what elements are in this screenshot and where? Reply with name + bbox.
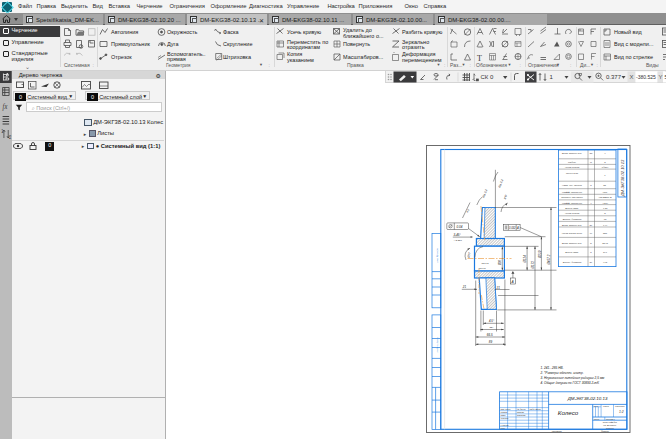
svg-text:± 0.034: ± 0.034 — [454, 238, 463, 241]
svg-text:4.39: 4.39 — [603, 206, 608, 208]
svg-text:Диам. вершин зуб.: Диам. вершин зуб. — [561, 241, 582, 243]
svg-text:Коэфф. смещения: Коэфф. смещения — [562, 190, 583, 192]
svg-text:Ra 1.6: Ra 1.6 — [482, 262, 490, 265]
svg-text:3. Неуказанные литейные радиус: 3. Неуказанные литейные радиусы 2,5 мм — [541, 376, 606, 380]
svg-text:Норм. исх. контур: Норм. исх. контур — [562, 184, 582, 186]
svg-text:Инв. № подл.: Инв. № подл. — [436, 247, 439, 262]
svg-text:Диам. вершин зуб.: Диам. вершин зуб. — [561, 151, 582, 153]
svg-text:идрлн: идрлн — [602, 165, 609, 167]
svg-text:Лит.: Лит. — [593, 404, 599, 406]
svg-text:выпуска: выпуска — [606, 426, 615, 428]
svg-text:№ докум.: № докум. — [517, 407, 526, 409]
svg-text:4.5°: 4.5° — [489, 319, 495, 323]
svg-text:нет: нет — [603, 190, 608, 192]
svg-text:Масса: Масса — [603, 404, 610, 406]
svg-text:ДМ-ЭКГ38-02.10.13: ДМ-ЭКГ38-02.10.13 — [567, 395, 608, 400]
svg-text:89: 89 — [489, 339, 493, 343]
svg-text:Длина норм.: Длина норм. — [564, 251, 579, 253]
svg-text:Ø124: Ø124 — [523, 254, 527, 263]
svg-text:Ø210: Ø210 — [538, 250, 542, 259]
svg-text:Лист: Лист — [593, 417, 599, 419]
svg-text:Внешн. диаметр: Внешн. диаметр — [563, 261, 582, 263]
svg-text:4.77: 4.77 — [603, 223, 608, 225]
svg-text:Ø457,2: Ø457,2 — [547, 254, 551, 265]
svg-text:21: 21 — [462, 285, 467, 289]
svg-text:Копировал: Копировал — [552, 430, 563, 432]
svg-text:Н.контр.: Н.контр. — [501, 423, 510, 425]
svg-text:ДМ-ЭКГ38-02.10.13: ДМ-ЭКГ38-02.10.13 — [620, 159, 625, 197]
svg-text:Подп. и дата: Подп. и дата — [436, 336, 439, 352]
svg-text:Число зубьев: Число зубьев — [565, 212, 580, 214]
svg-text:Т.контр.: Т.контр. — [501, 417, 510, 419]
svg-text:Подп. Дата: Подп. Дата — [530, 407, 542, 409]
svg-text:21: 21 — [496, 285, 501, 289]
svg-text:Число зубьев: Число зубьев — [565, 165, 580, 167]
svg-text:0.04: 0.04 — [457, 225, 463, 229]
svg-text:Ra 1.6: Ra 1.6 — [479, 266, 487, 269]
svg-text:3-45°: 3-45° — [454, 232, 462, 236]
svg-text:+0.07: +0.07 — [602, 201, 609, 203]
svg-text:Число зубьев сект.: Число зубьев сект. — [561, 231, 582, 233]
svg-text:1. 241...285 НВ.: 1. 241...285 НВ. — [541, 366, 564, 370]
svg-text:Модуль: Модуль — [568, 160, 577, 162]
svg-text:Листов 1: Листов 1 — [605, 417, 615, 419]
svg-text:Ø90: Ø90 — [498, 259, 502, 265]
svg-text:Линия зуба: Линия зуба — [565, 172, 579, 174]
svg-text:Разраб.: Разраб. — [501, 411, 509, 413]
svg-text:58*: 58* — [490, 326, 494, 329]
svg-text:Колесо: Колесо — [558, 408, 579, 415]
svg-text:ИГЭУ кафедра: ИГЭУ кафедра — [603, 421, 618, 423]
svg-text:4. Общие допуски по ГОСТ 30893: 4. Общие допуски по ГОСТ 30893.2-mK — [541, 381, 600, 385]
svg-text:1:2: 1:2 — [619, 410, 624, 414]
svg-text:Степень точности: Степень точности — [561, 196, 583, 198]
svg-text:20.78: 20.78 — [601, 241, 608, 243]
svg-text:Иванов: Иванов — [517, 411, 524, 413]
svg-text:66.5: 66.5 — [487, 332, 493, 336]
svg-text:Утв.: Утв. — [501, 426, 506, 428]
svg-text:Делит. диаметр: Делит. диаметр — [562, 218, 582, 220]
svg-text:Длина норм.: Длина норм. — [564, 206, 579, 208]
svg-text:Смирнов: Смирнов — [517, 414, 525, 416]
svg-text:Пров.: Пров. — [501, 414, 507, 416]
svg-text:20°: 20° — [602, 184, 607, 186]
svg-text:Формат: Формат — [601, 430, 609, 432]
svg-text:Масштаб: Масштаб — [615, 404, 625, 406]
svg-text:750 ВОСТ-В: 750 ВОСТ-В — [598, 196, 611, 198]
svg-text:m: m — [590, 160, 592, 162]
svg-text:Изм. Лист: Изм. Лист — [501, 407, 511, 409]
svg-text:А: А — [516, 225, 519, 229]
svg-text:им. Динамики: им. Динамики — [603, 423, 617, 425]
svg-text:Ø172: Ø172 — [531, 260, 535, 269]
svg-text:0.032: 0.032 — [509, 225, 516, 229]
svg-text:fx: fx — [3, 102, 9, 111]
svg-text:Коэфф. смещения: Коэфф. смещения — [562, 201, 583, 203]
svg-text:2. *Размеры обеспеч. инстр.: 2. *Размеры обеспеч. инстр. — [540, 371, 584, 375]
svg-text:Диам. вершин зуб.: Диам. вершин зуб. — [561, 223, 582, 225]
